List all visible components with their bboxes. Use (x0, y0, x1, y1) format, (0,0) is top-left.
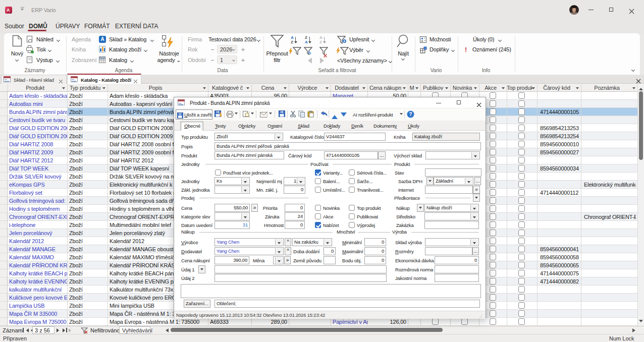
svg-text:?: ? (409, 111, 412, 117)
